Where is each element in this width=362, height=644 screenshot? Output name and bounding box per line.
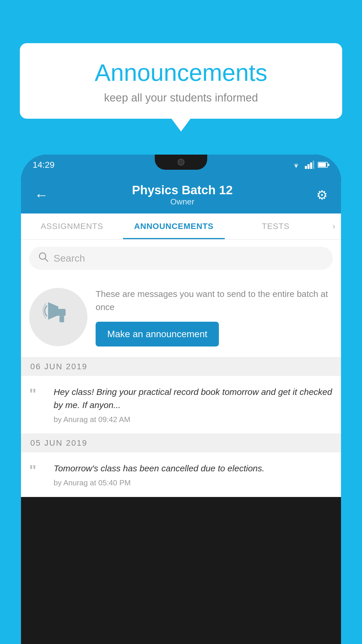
notch (155, 155, 207, 170)
megaphone-icon (42, 298, 74, 336)
signal-icon (305, 161, 314, 169)
quote-icon-1: " (29, 386, 47, 424)
svg-rect-6 (328, 164, 329, 166)
svg-line-8 (45, 259, 48, 261)
announcement-meta-2: by Anurag at 05:40 PM (54, 478, 333, 487)
svg-rect-5 (318, 163, 326, 167)
header-subtitle: Owner (50, 197, 314, 206)
make-announcement-button[interactable]: Make an announcement (96, 322, 219, 346)
search-bar[interactable]: Search (29, 247, 333, 270)
intro-block: These are messages you want to send to t… (21, 277, 341, 357)
status-icons (291, 161, 329, 169)
tab-tests[interactable]: TESTS (225, 214, 327, 239)
svg-rect-2 (310, 162, 312, 169)
status-time: 14:29 (33, 160, 55, 170)
svg-rect-10 (57, 309, 66, 316)
tab-assignments[interactable]: ASSIGNMENTS (21, 214, 123, 239)
status-bar: 14:29 (21, 155, 341, 175)
wifi-icon (291, 161, 301, 169)
header-title-block: Physics Batch 12 Owner (50, 183, 314, 206)
search-placeholder: Search (54, 253, 85, 264)
phone-outer: 14:29 (21, 155, 341, 644)
battery-icon (318, 161, 329, 168)
header-title: Physics Batch 12 (50, 183, 314, 197)
svg-rect-0 (305, 166, 307, 169)
content-area: Search (21, 240, 341, 497)
bubble-subtitle: keep all your students informed (37, 92, 325, 104)
svg-point-7 (39, 253, 46, 259)
date-separator-2: 05 JUN 2019 (21, 434, 341, 452)
settings-button[interactable]: ⚙ (314, 186, 329, 204)
speech-bubble: Announcements keep all your students inf… (20, 43, 342, 119)
phone-container: 14:29 (21, 155, 341, 644)
bubble-title: Announcements (37, 59, 325, 86)
announcement-item-2: " Tomorrow's class has been cancelled du… (21, 452, 341, 497)
tab-more[interactable]: › (327, 214, 341, 239)
quote-icon-2: " (29, 463, 47, 487)
announcement-content-1: Hey class! Bring your practical record b… (54, 385, 333, 424)
intro-right: These are messages you want to send to t… (96, 287, 333, 346)
tab-announcements[interactable]: ANNOUNCEMENTS (123, 214, 225, 239)
intro-description: These are messages you want to send to t… (96, 287, 333, 314)
svg-rect-1 (307, 164, 310, 169)
announcement-content-2: Tomorrow's class has been cancelled due … (54, 462, 333, 487)
search-icon (38, 252, 48, 265)
svg-rect-11 (59, 316, 64, 322)
back-button[interactable]: ← (33, 185, 50, 205)
announcement-text-1: Hey class! Bring your practical record b… (54, 385, 333, 412)
megaphone-circle (29, 288, 87, 346)
svg-rect-3 (313, 161, 314, 169)
svg-marker-9 (48, 302, 58, 320)
camera-notch (178, 159, 184, 166)
announcement-item-1: " Hey class! Bring your practical record… (21, 376, 341, 434)
date-separator-1: 06 JUN 2019 (21, 357, 341, 376)
tabs-bar: ASSIGNMENTS ANNOUNCEMENTS TESTS › (21, 214, 341, 240)
announcement-meta-1: by Anurag at 09:42 AM (54, 415, 333, 424)
app-header: ← Physics Batch 12 Owner ⚙ (21, 175, 341, 214)
announcement-text-2: Tomorrow's class has been cancelled due … (54, 462, 333, 475)
